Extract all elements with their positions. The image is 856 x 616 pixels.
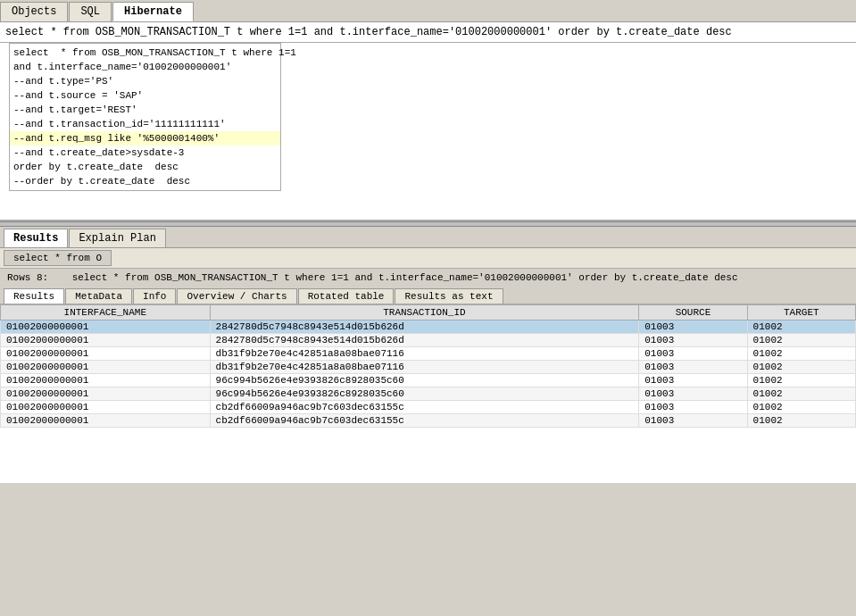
result-tab-bar: Results Explain Plan xyxy=(0,227,856,248)
cell-interface-name: 01002000000001 xyxy=(1,320,211,334)
tab-objects[interactable]: Objects xyxy=(0,2,68,21)
col-header-transaction-id: TRANSACTION_ID xyxy=(210,305,639,320)
table-row[interactable]: 010020000000012842780d5c7948c8943e514d01… xyxy=(1,334,856,347)
tab-sql[interactable]: SQL xyxy=(69,2,112,21)
cell-source: 01003 xyxy=(639,414,747,428)
table-row[interactable]: 0100200000000196c994b5626e4e9393826c8928… xyxy=(1,387,856,401)
rows-query: select * from OSB_MON_TRANSACTION_T t wh… xyxy=(72,272,738,283)
editor-area: select * from OSB_MON_TRANSACTION_T t wh… xyxy=(0,43,856,221)
cell-interface-name: 01002000000001 xyxy=(1,334,211,347)
rows-count: Rows 8: xyxy=(7,272,48,283)
cell-source: 01003 xyxy=(639,347,747,361)
tab-explain-plan[interactable]: Explain Plan xyxy=(69,229,165,247)
code-line-7: --and t.req_msg like '%5000001400%' xyxy=(10,131,280,146)
data-tab-bar: Results MetaData Info Overview / Charts … xyxy=(0,287,856,304)
code-line-10: --order by t.create_date desc xyxy=(10,174,280,188)
cell-target: 01002 xyxy=(747,387,855,401)
code-line-9: order by t.create_date desc xyxy=(10,160,280,174)
data-tab-results-as-text[interactable]: Results as text xyxy=(395,288,503,304)
data-tab-metadata[interactable]: MetaData xyxy=(65,288,132,304)
cell-transaction-id: cb2df66009a946ac9b7c603dec63155c xyxy=(210,414,639,428)
code-popup: select * from OSB_MON_TRANSACTION_T t wh… xyxy=(9,43,281,191)
results-table-wrap[interactable]: INTERFACE_NAME TRANSACTION_ID SOURCE TAR… xyxy=(0,304,856,483)
cell-source: 01003 xyxy=(639,334,747,347)
code-line-2: and t.interface_name='01002000000001' xyxy=(10,60,280,74)
cell-transaction-id: 2842780d5c7948c8943e514d015b626d xyxy=(210,334,639,347)
cell-transaction-id: 2842780d5c7948c8943e514d015b626d xyxy=(210,320,639,334)
tab-results[interactable]: Results xyxy=(4,229,68,247)
col-header-target: TARGET xyxy=(747,305,855,320)
cell-transaction-id: 96c994b5626e4e9393826c8928035c60 xyxy=(210,374,639,387)
table-row[interactable]: 01002000000001db31f9b2e70e4c42851a8a08ba… xyxy=(1,347,856,361)
table-row[interactable]: 01002000000001cb2df66009a946ac9b7c603dec… xyxy=(1,414,856,428)
table-row[interactable]: 01002000000001cb2df66009a946ac9b7c603dec… xyxy=(1,401,856,414)
cell-target: 01002 xyxy=(747,414,855,428)
rows-info: Rows 8: select * from OSB_MON_TRANSACTIO… xyxy=(0,269,856,287)
col-header-source: SOURCE xyxy=(639,305,747,320)
results-table: INTERFACE_NAME TRANSACTION_ID SOURCE TAR… xyxy=(0,304,856,428)
col-header-interface-name: INTERFACE_NAME xyxy=(1,305,211,320)
cell-interface-name: 01002000000001 xyxy=(1,401,211,414)
cell-target: 01002 xyxy=(747,347,855,361)
code-line-8: --and t.create_date>sysdate-3 xyxy=(10,146,280,160)
query-tab-bar: select * from O xyxy=(0,248,856,269)
cell-target: 01002 xyxy=(747,374,855,387)
cell-target: 01002 xyxy=(747,401,855,414)
data-tab-overview-charts[interactable]: Overview / Charts xyxy=(177,288,296,304)
bottom-panel: Results Explain Plan select * from O Row… xyxy=(0,227,856,483)
table-header-row: INTERFACE_NAME TRANSACTION_ID SOURCE TAR… xyxy=(1,305,856,320)
cell-transaction-id: 96c994b5626e4e9393826c8928035c60 xyxy=(210,387,639,401)
code-line-5: --and t.target='REST' xyxy=(10,103,280,117)
code-line-3: --and t.type='PS' xyxy=(10,74,280,88)
cell-source: 01003 xyxy=(639,401,747,414)
table-row[interactable]: 010020000000012842780d5c7948c8943e514d01… xyxy=(1,320,856,334)
tab-hibernate[interactable]: Hibernate xyxy=(112,2,194,21)
cell-interface-name: 01002000000001 xyxy=(1,347,211,361)
sql-bar: select * from OSB_MON_TRANSACTION_T t wh… xyxy=(0,22,856,43)
cell-source: 01003 xyxy=(639,374,747,387)
table-row[interactable]: 0100200000000196c994b5626e4e9393826c8928… xyxy=(1,374,856,387)
cell-target: 01002 xyxy=(747,334,855,347)
cell-transaction-id: db31f9b2e70e4c42851a8a08bae07116 xyxy=(210,361,639,374)
table-row[interactable]: 01002000000001db31f9b2e70e4c42851a8a08ba… xyxy=(1,361,856,374)
cell-source: 01003 xyxy=(639,320,747,334)
top-tab-bar: Objects SQL Hibernate xyxy=(0,0,856,22)
cell-interface-name: 01002000000001 xyxy=(1,361,211,374)
data-tab-info[interactable]: Info xyxy=(133,288,176,304)
data-tab-rotated-table[interactable]: Rotated table xyxy=(298,288,395,304)
cell-interface-name: 01002000000001 xyxy=(1,414,211,428)
cell-source: 01003 xyxy=(639,387,747,401)
query-tab[interactable]: select * from O xyxy=(4,250,112,266)
cell-source: 01003 xyxy=(639,361,747,374)
code-line-1: select * from OSB_MON_TRANSACTION_T t wh… xyxy=(10,46,280,60)
data-tab-results[interactable]: Results xyxy=(4,288,64,304)
code-line-6: --and t.transaction_id='11111111111' xyxy=(10,117,280,131)
cell-target: 01002 xyxy=(747,361,855,374)
cell-transaction-id: db31f9b2e70e4c42851a8a08bae07116 xyxy=(210,347,639,361)
cell-interface-name: 01002000000001 xyxy=(1,387,211,401)
code-line-4: --and t.source = 'SAP' xyxy=(10,88,280,103)
cell-transaction-id: cb2df66009a946ac9b7c603dec63155c xyxy=(210,401,639,414)
cell-target: 01002 xyxy=(747,320,855,334)
cell-interface-name: 01002000000001 xyxy=(1,374,211,387)
